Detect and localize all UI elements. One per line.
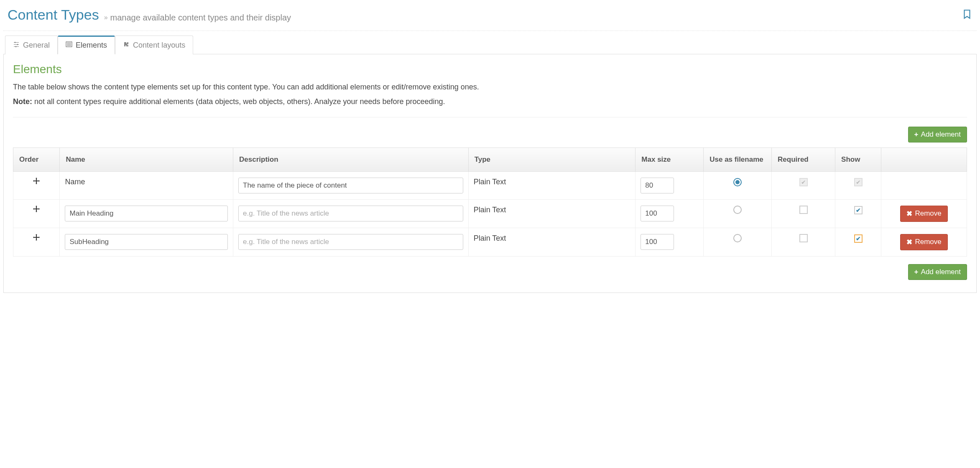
panel-elements: Elements The table below shows the conte… [3,54,977,293]
intro-text-1: The table below shows the content type e… [13,81,967,93]
required-checkbox[interactable] [799,234,808,242]
move-handle-icon[interactable] [33,178,40,186]
tab-label: Elements [76,41,107,50]
page-title: Content Types [8,7,99,23]
plus-icon: + [914,268,919,276]
elements-table: Order Name Description Type Max size Use… [13,148,967,257]
type-cell: Plain Text [468,228,635,256]
note-label: Note: [13,97,32,106]
bookmark-icon[interactable] [962,9,972,21]
remove-button[interactable]: ✖ Remove [900,234,947,250]
tab-elements[interactable]: Elements [58,36,115,54]
move-handle-icon[interactable] [33,206,40,214]
use-as-filename-radio[interactable] [733,178,742,186]
intro-text-2: Note: not all content types require addi… [13,96,967,108]
sliders-icon [13,41,20,50]
th-name: Name [60,148,233,171]
remove-button[interactable]: ✖ Remove [900,206,947,222]
th-actions [881,148,967,171]
max-size-input[interactable] [641,234,674,250]
description-input[interactable] [238,234,463,250]
th-show: Show [835,148,881,171]
chevron-double-right-icon: » [104,14,108,21]
intro-text-2-body: not all content types require additional… [32,97,445,106]
page-subtitle: manage available content types and their… [110,13,291,23]
type-cell: Plain Text [468,199,635,228]
add-element-button-top[interactable]: + Add element [908,127,967,142]
show-checkbox[interactable] [854,206,863,214]
name-input[interactable] [65,206,228,221]
tab-label: Content layouts [133,41,185,50]
x-icon: ✖ [906,238,912,247]
button-label: Remove [915,209,941,218]
th-use-as-filename: Use as filename [704,148,772,171]
name-input[interactable] [65,234,228,250]
th-required: Required [772,148,835,171]
divider [13,117,967,117]
required-checkbox[interactable] [799,206,808,214]
list-icon [66,41,72,50]
add-element-button-bottom[interactable]: + Add element [908,264,967,280]
th-max-size: Max size [635,148,704,171]
tabs: General Elements Content layouts [3,35,977,54]
type-cell: Plain Text [468,171,635,199]
use-as-filename-radio[interactable] [733,206,742,214]
use-as-filename-radio[interactable] [733,234,742,242]
tab-label: General [23,41,50,50]
max-size-input[interactable] [641,178,674,193]
th-type: Type [468,148,635,171]
button-label: Add element [921,268,961,276]
button-label: Remove [915,238,941,246]
plus-icon: + [914,130,919,139]
name-static: Name [65,178,85,186]
move-handle-icon[interactable] [33,234,40,243]
svg-point-1 [17,44,18,45]
required-checkbox [799,178,808,186]
tab-general[interactable]: General [5,36,58,54]
x-icon: ✖ [906,209,912,218]
tab-content-layouts[interactable]: Content layouts [115,36,193,54]
th-description: Description [233,148,469,171]
table-header-row: Order Name Description Type Max size Use… [13,148,967,171]
description-input[interactable] [238,206,463,221]
description-input[interactable] [238,178,463,193]
table-row: Plain Text✖ Remove [13,199,967,228]
section-title: Elements [13,63,967,76]
th-order: Order [13,148,60,171]
svg-point-0 [15,42,16,43]
table-row: Plain Text✖ Remove [13,228,967,256]
page-header: Content Types » manage available content… [3,3,977,31]
puzzle-icon [123,41,130,50]
table-row: NamePlain Text [13,171,967,199]
show-checkbox [854,178,863,186]
button-label: Add element [921,130,961,139]
show-checkbox[interactable] [854,234,863,243]
svg-point-2 [15,46,17,47]
max-size-input[interactable] [641,206,674,221]
